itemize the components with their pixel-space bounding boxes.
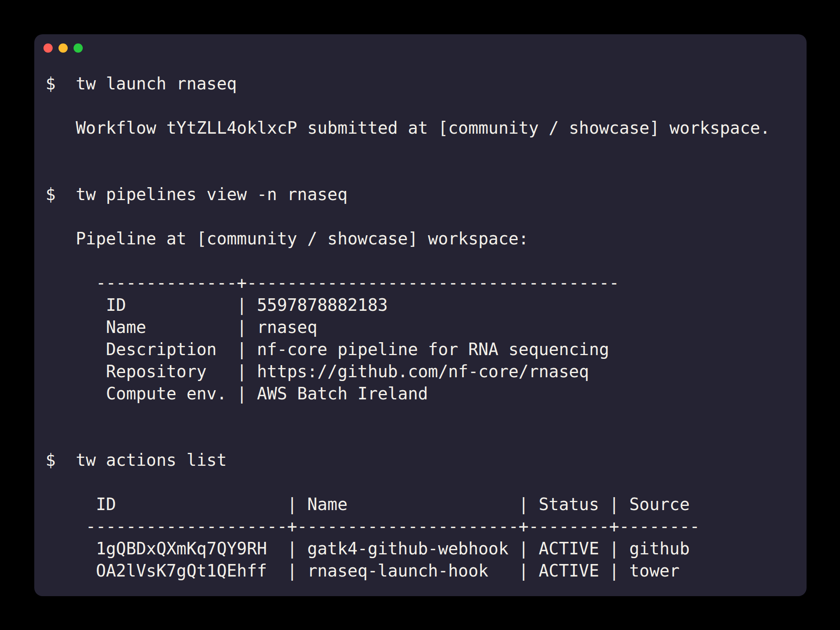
blank-line — [46, 250, 807, 272]
pipeline-table-row-repository: Repository | https://github.com/nf-core/… — [46, 361, 807, 383]
blank-line — [46, 95, 807, 117]
blank-line — [46, 206, 807, 228]
maximize-button[interactable] — [74, 43, 83, 53]
actions-table-header: ID | Name | Status | Source — [46, 493, 807, 516]
titlebar — [34, 34, 807, 53]
minimize-button[interactable] — [59, 43, 68, 53]
desktop: { "theme": { "bg": "#000000", "win": "#2… — [0, 0, 840, 630]
blank-line — [46, 161, 807, 183]
pipeline-table-row-id: ID | 5597878882183 — [46, 294, 807, 316]
command-pipelines-view: $ tw pipelines view -n rnaseq — [46, 183, 807, 206]
actions-table-separator: --------------------+-------------------… — [46, 516, 807, 538]
blank-line — [46, 427, 807, 449]
terminal-content: $ tw launch rnaseq Workflow tYtZLL4oklxc… — [34, 73, 807, 582]
pipeline-table-separator: --------------+-------------------------… — [46, 272, 807, 294]
pipeline-table-row-description: Description | nf-core pipeline for RNA s… — [46, 338, 807, 361]
blank-line — [46, 139, 807, 161]
terminal-window: $ tw launch rnaseq Workflow tYtZLL4oklxc… — [34, 34, 807, 596]
blank-line — [46, 405, 807, 427]
pipeline-table-row-compute-env: Compute env. | AWS Batch Ireland — [46, 383, 807, 405]
actions-table-row-2: OA2lVsK7gQt1QEhff | rnaseq-launch-hook |… — [46, 560, 807, 582]
close-button[interactable] — [43, 43, 53, 53]
output-pipeline-at-workspace: Pipeline at [community / showcase] works… — [46, 228, 807, 250]
command-launch: $ tw launch rnaseq — [46, 73, 807, 95]
actions-table-row-1: 1gQBDxQXmKq7QY9RH | gatk4-github-webhook… — [46, 538, 807, 560]
blank-line — [46, 471, 807, 493]
output-workflow-submitted: Workflow tYtZLL4oklxcP submitted at [com… — [46, 117, 807, 139]
command-actions-list: $ tw actions list — [46, 449, 807, 471]
pipeline-table-row-name: Name | rnaseq — [46, 316, 807, 338]
